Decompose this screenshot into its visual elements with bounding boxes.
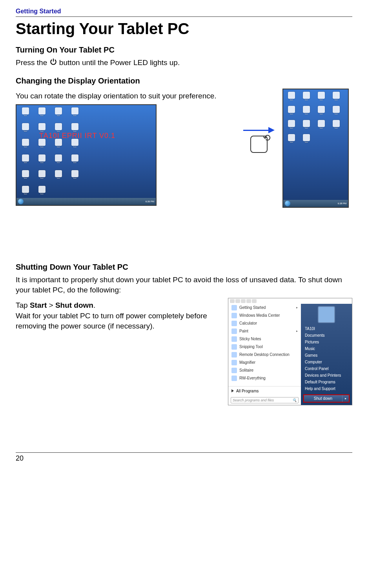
program-label: RW-Everything bbox=[239, 376, 266, 380]
desktop-icon: Icon bbox=[301, 92, 312, 103]
user-avatar[interactable] bbox=[318, 306, 335, 323]
section-header: Getting Started bbox=[16, 8, 352, 17]
program-item[interactable]: Snipping Tool bbox=[228, 343, 301, 351]
desktop-icon: Icon bbox=[301, 134, 312, 146]
desktop-icon: Icon bbox=[19, 170, 32, 183]
program-icon bbox=[231, 321, 237, 326]
sidebar-link[interactable]: Games bbox=[301, 352, 352, 359]
tap-text: Tap bbox=[16, 301, 30, 309]
shutdown-steps: Tap Start > Shut down. Wait for your tab… bbox=[16, 300, 220, 332]
desktop-icon: Icon bbox=[301, 120, 312, 132]
program-icon bbox=[231, 360, 237, 365]
desktop-icon: Icon bbox=[35, 139, 49, 152]
program-label: Paint bbox=[239, 329, 248, 333]
wait-text: Wait for your tablet PC to turn off powe… bbox=[16, 312, 207, 330]
program-icon bbox=[231, 376, 237, 381]
sidebar-link[interactable]: TA10I bbox=[301, 325, 352, 332]
desktop-icon: Icon bbox=[286, 120, 297, 132]
desktop-icon: Icon bbox=[19, 107, 32, 121]
program-item[interactable]: Sticky Notes bbox=[228, 335, 301, 343]
program-item[interactable]: Remote Desktop Connection bbox=[228, 351, 301, 359]
desktop-icon: Icon bbox=[52, 170, 65, 183]
desktop-icon: Icon bbox=[68, 107, 82, 121]
program-item[interactable]: Solitaire bbox=[228, 367, 301, 374]
program-label: Getting Started bbox=[239, 305, 266, 310]
all-programs-item[interactable]: All Programs bbox=[228, 386, 301, 396]
program-item[interactable]: Calculator bbox=[228, 319, 301, 327]
desktop-icon: Icon bbox=[330, 92, 342, 103]
program-icon bbox=[231, 336, 237, 342]
desktop-icon: Icon bbox=[52, 139, 65, 152]
heading-shutdown: Shutting Down Your Tablet PC bbox=[16, 263, 352, 272]
desktop-icon: Icon bbox=[315, 92, 327, 103]
desktop-icon: Icon bbox=[19, 123, 32, 136]
desktop-icon: Icon bbox=[301, 106, 312, 118]
desktop-icon: Icon bbox=[19, 139, 32, 152]
program-item[interactable]: Magnifier bbox=[228, 359, 301, 367]
desktop-icon: Icon bbox=[35, 170, 49, 183]
desktop-icon: Icon bbox=[52, 154, 65, 168]
sidebar-link[interactable]: Devices and Printers bbox=[301, 372, 352, 379]
desktop-icon: Icon bbox=[330, 106, 342, 118]
page-number: 20 bbox=[16, 454, 24, 462]
program-icon bbox=[231, 328, 237, 334]
start-ref: Start bbox=[30, 301, 47, 309]
chevron-right-icon: ▸ bbox=[296, 329, 298, 333]
heading-orientation: Changing the Display Orientation bbox=[16, 76, 352, 85]
sidebar-link[interactable]: Help and Support bbox=[301, 385, 352, 392]
arrow-icon bbox=[243, 128, 275, 132]
desktop-icon-row bbox=[228, 298, 352, 304]
period-text: . bbox=[93, 301, 95, 309]
sidebar-link[interactable]: Default Programs bbox=[301, 379, 352, 385]
page-title: Starting Your Tablet PC bbox=[16, 20, 352, 38]
chevron-right-icon: ▸ bbox=[296, 306, 298, 309]
taskbar-portrait: 6:28 PM bbox=[283, 200, 348, 207]
search-area: Search programs and files 🔍 bbox=[228, 396, 301, 405]
text-after-power: button until the Power LED lights up. bbox=[59, 58, 180, 67]
screenshot-portrait: IconIconIconIconIconIconIconIconIconIcon… bbox=[282, 89, 349, 208]
program-icon bbox=[231, 313, 237, 318]
program-icon bbox=[231, 368, 237, 373]
desktop-icon: Icon bbox=[286, 134, 297, 146]
all-programs-label: All Programs bbox=[236, 389, 259, 393]
page-footer: 20 bbox=[16, 452, 352, 463]
shutdown-ref: Shut down bbox=[55, 301, 93, 309]
desktop-icon: Icon bbox=[330, 120, 342, 132]
taskbar-landscape: 6:26 PM bbox=[16, 198, 156, 205]
desktop-icon: Icon bbox=[68, 139, 82, 152]
turning-on-text: Press the button until the Power LED lig… bbox=[16, 58, 352, 69]
start-orb-icon bbox=[285, 201, 290, 206]
program-item[interactable]: Paint▸ bbox=[228, 327, 301, 335]
program-label: Calculator bbox=[239, 321, 257, 325]
search-input[interactable]: Search programs and files 🔍 bbox=[231, 397, 299, 403]
program-item[interactable]: Windows Media Center bbox=[228, 312, 301, 319]
sidebar-link[interactable]: Pictures bbox=[301, 339, 352, 345]
triangle-icon bbox=[231, 389, 234, 392]
program-icon bbox=[231, 344, 237, 350]
desktop-icon: Icon bbox=[68, 154, 82, 168]
rotate-arrow-group bbox=[243, 128, 275, 153]
program-item[interactable]: RW-Everything bbox=[228, 374, 301, 382]
shutdown-options-button[interactable]: ▸ bbox=[342, 395, 349, 402]
shutdown-button[interactable]: Shut down bbox=[304, 395, 342, 402]
desktop-icon: Icon bbox=[35, 154, 49, 168]
text-before-power: Press the bbox=[16, 58, 49, 67]
sidebar-link[interactable]: Documents bbox=[301, 332, 352, 339]
desktop-icon: Icon bbox=[286, 92, 297, 103]
desktop-icon: Icon bbox=[19, 154, 32, 168]
program-icon bbox=[231, 305, 237, 310]
desktop-icon: Icon bbox=[52, 107, 65, 121]
desktop-icon: Icon bbox=[286, 106, 297, 118]
sidebar-link[interactable]: Computer bbox=[301, 359, 352, 365]
screenshot-landscape: IconIconIconIconIconIconIconIconIconIcon… bbox=[16, 104, 157, 206]
rotate-icon bbox=[250, 136, 268, 153]
desktop-icon: Icon bbox=[35, 107, 49, 121]
gt-text: > bbox=[47, 301, 55, 309]
sidebar-link[interactable]: Music bbox=[301, 345, 352, 352]
sidebar-link[interactable]: Control Panel bbox=[301, 365, 352, 372]
clock-landscape: 6:26 PM bbox=[146, 200, 154, 203]
program-label: Remote Desktop Connection bbox=[239, 352, 290, 357]
program-item[interactable]: Getting Started▸ bbox=[228, 304, 301, 312]
power-icon bbox=[49, 58, 57, 69]
program-label: Windows Media Center bbox=[239, 313, 280, 318]
